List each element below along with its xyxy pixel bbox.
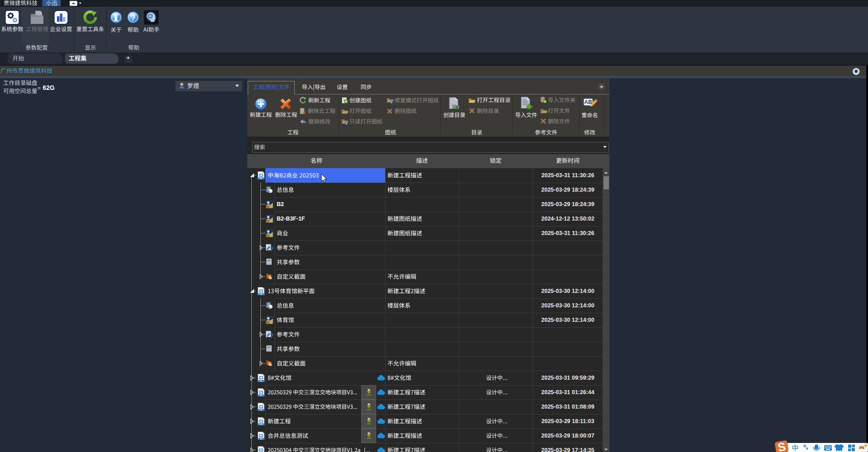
svg-text:S: S — [777, 440, 787, 452]
